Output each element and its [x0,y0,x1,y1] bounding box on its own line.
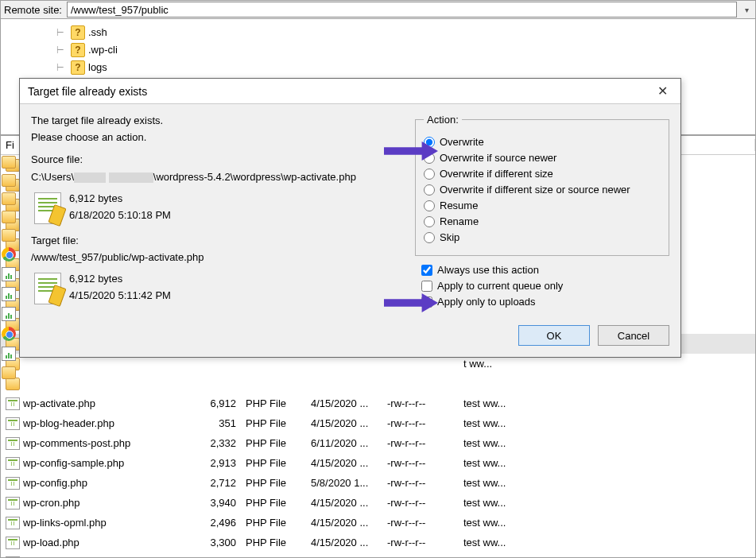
file-modified: 4/15/2020 ... [306,457,382,469]
radio-label: Skip [440,231,459,243]
source-date: 6/18/2020 5:10:18 PM [69,207,171,224]
file-modified: 4/15/2020 ... [306,537,382,548]
unknown-folder-icon: ? [71,43,85,57]
cancel-button[interactable]: Cancel [598,325,669,346]
file-permissions: -rw-r--r-- [382,397,459,409]
checkbox-always-use-this-action[interactable]: Always use this action [421,264,669,276]
file-name: wp-config-sample.php [23,457,124,469]
php-file-icon [6,537,20,549]
checkbox-apply-to-current-queue-only[interactable]: Apply to current queue only [421,280,669,292]
dialog-left-panel: The target file already exists. Please c… [31,114,407,314]
target-size: 6,912 bytes [69,271,171,288]
file-size: 2,496 [182,517,241,529]
folder-icon [2,366,16,379]
chart-icon [2,287,16,301]
php-file-icon [6,497,20,510]
file-row[interactable]: wp-links-opml.php2,496PHP File4/15/2020 … [1,513,755,533]
radio-label: Resume [440,200,478,211]
file-size: 3,300 [182,537,241,548]
dialog-right-panel: Action: OverwriteOverwrite if source new… [415,114,669,314]
file-type: PHP File [241,397,306,409]
file-modified: 4/15/2020 ... [306,556,382,557]
target-file-label: Target file: [31,234,407,248]
php-file-icon [6,517,20,529]
file-modified: 4/15/2020 ... [306,497,382,509]
tree-item-label: .wp-cli [88,41,118,59]
file-exists-dialog: Target file already exists ✕ The target … [19,78,681,358]
tree-item-label: .ssh [88,24,107,41]
unknown-folder-icon: ? [71,25,85,40]
file-type: PHP File [241,497,306,509]
radio-input[interactable] [424,216,435,227]
php-file-icon [6,457,20,470]
chart-icon [2,267,16,281]
file-owner: test ww... [459,397,755,409]
remote-path-dropdown[interactable]: ▾ [742,6,752,14]
file-owner: test ww... [459,437,755,449]
file-owner: test ww... [459,517,755,529]
file-icon [34,192,61,224]
tree-item[interactable]: ⊢?.ssh [56,24,755,41]
file-type: PHP File [241,537,306,548]
file-row[interactable]: wp-blog-header.php351PHP File4/15/2020 .… [1,413,755,433]
file-name: wp-config.php [23,477,87,489]
tree-item[interactable]: ⊢?.wp-cli [56,41,755,59]
folder-icon [2,229,16,242]
checkbox-input[interactable] [421,281,432,292]
php-file-icon [6,477,20,490]
radio-label: Overwrite if different size [440,168,553,180]
file-modified: 5/8/2020 1... [306,477,382,489]
file-size: 351 [182,417,241,429]
close-icon[interactable]: ✕ [653,83,673,99]
dialog-intro-1: The target file already exists. [31,114,407,128]
folder-icon [2,211,16,223]
file-row[interactable]: wp-cron.php3,940PHP File4/15/2020 ...-rw… [1,493,755,513]
file-row[interactable]: wp-config-sample.php2,913PHP File4/15/20… [1,453,755,473]
file-row[interactable]: wp-login.php47,874PHP File4/15/2020 ...-… [1,552,755,557]
radio-label: Overwrite if source newer [440,152,556,164]
file-row[interactable]: wp-comments-post.php2,332PHP File6/11/20… [1,433,755,453]
file-permissions: -rw-r--r-- [382,417,459,429]
file-name: wp-cron.php [23,497,80,509]
action-legend: Action: [424,114,462,126]
tree-item[interactable]: ⊢?logs [56,59,755,76]
action-radio-overwrite-if-different-size-or-source-newer[interactable]: Overwrite if different size or source ne… [424,184,661,196]
php-file-icon [6,437,20,450]
file-permissions: -rw-r--r-- [382,477,459,489]
file-type: PHP File [241,556,306,557]
action-radio-rename[interactable]: Rename [424,215,661,227]
file-name: wp-activate.php [23,397,95,409]
file-row[interactable]: wp-config.php2,712PHP File5/8/2020 1...-… [1,473,755,493]
ok-button[interactable]: OK [518,325,590,346]
tree-connector-icon: ⊢ [56,59,68,76]
chrome-icon [2,327,16,341]
file-row[interactable]: wp-load.php3,300PHP File4/15/2020 ...-rw… [1,533,755,552]
radio-input[interactable] [424,200,435,211]
radio-input[interactable] [424,184,435,196]
radio-input[interactable] [424,169,435,180]
radio-input[interactable] [424,232,435,243]
file-size: 3,940 [182,497,241,509]
file-modified: 4/15/2020 ... [306,517,382,529]
file-row[interactable]: wp-activate.php6,912PHP File4/15/2020 ..… [1,393,755,413]
action-radio-overwrite-if-source-newer[interactable]: Overwrite if source newer [424,152,661,164]
action-group: Action: OverwriteOverwrite if source new… [415,114,669,256]
file-name: wp-comments-post.php [23,437,130,449]
chart-icon [2,347,16,361]
action-radio-skip[interactable]: Skip [424,231,661,243]
remote-path-input[interactable] [67,2,737,17]
folder-icon [2,174,16,187]
checkbox-label: Apply to current queue only [437,280,563,292]
checkbox-apply-only-to-uploads[interactable]: Apply only to uploads [421,296,669,308]
file-type: PHP File [241,417,306,429]
action-radio-overwrite[interactable]: Overwrite [424,136,661,148]
checkbox-input[interactable] [421,265,432,276]
target-date: 4/15/2020 5:11:42 PM [69,288,171,304]
file-row[interactable] [1,374,755,393]
file-modified: 4/15/2020 ... [306,397,382,409]
action-radio-overwrite-if-different-size[interactable]: Overwrite if different size [424,168,661,180]
file-size: 2,913 [182,457,241,469]
action-radio-resume[interactable]: Resume [424,200,661,211]
file-owner: test ww... [459,417,755,429]
file-icon [34,273,61,304]
